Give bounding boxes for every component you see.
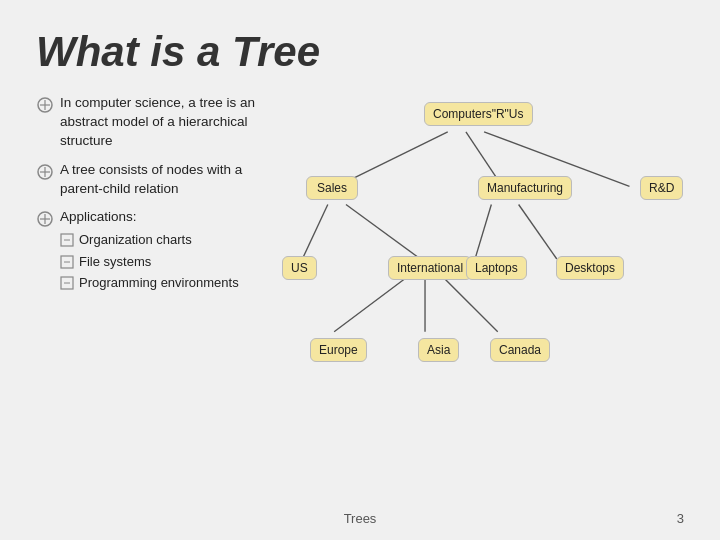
svg-line-21 xyxy=(519,204,557,259)
bullet-text-1: In computer science, a tree is an abstra… xyxy=(60,94,256,151)
bullet-item-2: A tree consists of nodes with a parent-c… xyxy=(36,161,256,199)
slide-title: What is a Tree xyxy=(36,28,684,76)
sub-bullet-item-2: File systems xyxy=(60,253,239,271)
bullet-text-2: A tree consists of nodes with a parent-c… xyxy=(60,161,256,199)
bullet-list: In computer science, a tree is an abstra… xyxy=(36,94,256,295)
bullet-icon-3 xyxy=(36,210,54,228)
node-root: Computers"R"Us xyxy=(424,102,533,126)
slide-number: 3 xyxy=(677,511,684,526)
svg-line-19 xyxy=(346,204,421,259)
content-area: In computer science, a tree is an abstra… xyxy=(36,94,684,464)
svg-line-22 xyxy=(334,277,407,332)
node-europe: Europe xyxy=(310,338,367,362)
sub-bullet-list: Organization charts File systems xyxy=(60,231,239,292)
svg-line-20 xyxy=(475,204,491,259)
left-panel: In computer science, a tree is an abstra… xyxy=(36,94,256,305)
node-us: US xyxy=(282,256,317,280)
sub-bullet-item-1: Organization charts xyxy=(60,231,239,249)
sub-bullet-icon-3 xyxy=(60,276,74,290)
sub-bullet-text-2: File systems xyxy=(79,253,151,271)
svg-line-18 xyxy=(302,204,327,259)
bullet-icon-1 xyxy=(36,96,54,114)
node-international: International xyxy=(388,256,472,280)
svg-line-24 xyxy=(443,277,498,332)
slide: What is a Tree In computer science, a tr… xyxy=(0,0,720,540)
node-rd: R&D xyxy=(640,176,683,200)
bullet-text-3: Applications: xyxy=(60,209,137,224)
node-asia: Asia xyxy=(418,338,459,362)
sub-bullet-text-1: Organization charts xyxy=(79,231,192,249)
node-canada: Canada xyxy=(490,338,550,362)
node-laptops: Laptops xyxy=(466,256,527,280)
node-desktops: Desktops xyxy=(556,256,624,280)
node-manufacturing: Manufacturing xyxy=(478,176,572,200)
sub-bullet-item-3: Programming environments xyxy=(60,274,239,292)
bullet-item-1: In computer science, a tree is an abstra… xyxy=(36,94,256,151)
bullet-icon-2 xyxy=(36,163,54,181)
bullet-item-3-content: Applications: Organization charts xyxy=(60,208,239,294)
bullet-item-3: Applications: Organization charts xyxy=(36,208,256,294)
tree-area: Computers"R"Us Sales Manufacturing R&D U… xyxy=(266,94,684,464)
sub-bullet-icon-1 xyxy=(60,233,74,247)
slide-footer: Trees xyxy=(0,511,720,526)
sub-bullet-icon-2 xyxy=(60,255,74,269)
sub-bullet-text-3: Programming environments xyxy=(79,274,239,292)
footer-text: Trees xyxy=(344,511,377,526)
node-sales: Sales xyxy=(306,176,358,200)
